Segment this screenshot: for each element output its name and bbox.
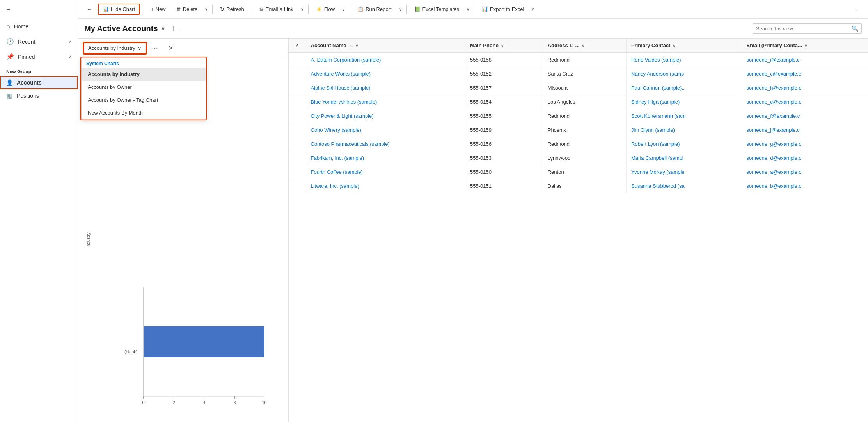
account-name-link-1[interactable]: Adventure Works (sample) [311, 71, 371, 77]
table-body: A. Datum Corporation (sample) 555-0158 R… [289, 53, 868, 193]
account-name-link-7[interactable]: Fabrikam, Inc. (sample) [311, 155, 364, 161]
email-link-2[interactable]: someone_h@example.c [747, 85, 801, 91]
contact-link-3[interactable]: Sidney Higa (sample) [631, 99, 680, 105]
chart-selector-button[interactable]: Accounts by Industry ∨ [83, 42, 146, 54]
column-main-phone[interactable]: Main Phone ∨ [465, 39, 543, 53]
account-name-cell-2: Alpine Ski House (sample) [306, 81, 465, 95]
column-address1[interactable]: Address 1: ... ∨ [543, 39, 626, 53]
row-checkbox-3[interactable] [289, 95, 306, 109]
sidebar-home-label: Home [14, 23, 28, 30]
sidebar-item-pinned[interactable]: 📌 Pinned ∨ [0, 49, 78, 64]
contact-link-8[interactable]: Yvonne McKay (sample [631, 169, 685, 175]
email-link-3[interactable]: someone_e@example.c [747, 99, 801, 105]
run-report-button[interactable]: 📋 Run Report [353, 4, 396, 14]
contact-link-5[interactable]: Jim Glynn (sample) [631, 127, 675, 133]
more-options-button[interactable]: ⋮ [851, 4, 863, 15]
new-button[interactable]: + New [146, 4, 170, 14]
chart-more-button[interactable]: ⋯ [149, 43, 161, 53]
account-name-link-6[interactable]: Contoso Pharmaceuticals (sample) [311, 141, 390, 147]
contact-link-9[interactable]: Susanna Stubberod (sa [631, 183, 685, 189]
email-link-4[interactable]: someone_f@example.c [747, 113, 800, 119]
delete-button[interactable]: 🗑 Delete [172, 4, 202, 14]
export-excel-button[interactable]: 📊 Export to Excel [477, 4, 528, 14]
contact-link-2[interactable]: Paul Cannon (sample).. [631, 85, 685, 91]
email-link-0[interactable]: someone_i@example.c [747, 57, 800, 63]
account-name-link-4[interactable]: City Power & Light (sample) [311, 113, 374, 119]
contact-link-1[interactable]: Nancy Anderson (samp [631, 71, 684, 77]
row-checkbox-1[interactable] [289, 67, 306, 81]
hamburger-menu[interactable]: ≡ [0, 3, 78, 19]
flow-button[interactable]: ⚡ Flow [312, 4, 339, 14]
email-link-9[interactable]: someone_b@example.c [747, 183, 801, 189]
chart-dropdown-item-by-month[interactable]: New Accounts By Month [82, 106, 206, 119]
chart-header: Accounts by Industry ∨ ⋯ ✕ [78, 39, 288, 58]
refresh-button[interactable]: ↻ Refresh [216, 4, 249, 14]
email-filter-icon[interactable]: ∨ [804, 44, 807, 48]
bar-chart: 0 2 4 6 10 (blank) [103, 283, 285, 416]
row-checkbox-5[interactable] [289, 123, 306, 137]
hide-chart-button[interactable]: 📊 Hide Chart [98, 4, 140, 15]
address-cell-6: Redmond [543, 137, 626, 151]
column-account-name[interactable]: Account Name ↑↓ ∨ [306, 39, 465, 53]
email-link-8[interactable]: someone_a@example.c [747, 169, 801, 175]
column-primary-contact[interactable]: Primary Contact ∨ [627, 39, 742, 53]
main-phone-filter-icon[interactable]: ∨ [501, 44, 504, 48]
email-cell-5: someone_j@example.c [742, 123, 868, 137]
account-name-link-2[interactable]: Alpine Ski House (sample) [311, 85, 371, 91]
flow-chevron-icon[interactable]: ∨ [341, 5, 346, 13]
row-checkbox-7[interactable] [289, 151, 306, 165]
email-link-7[interactable]: someone_d@example.c [747, 155, 801, 161]
excel-templates-chevron-icon[interactable]: ∨ [465, 5, 471, 13]
email-link-5[interactable]: someone_j@example.c [747, 127, 800, 133]
email-chevron-icon[interactable]: ∨ [299, 5, 305, 13]
account-name-cell-1: Adventure Works (sample) [306, 67, 465, 81]
delete-chevron-icon[interactable]: ∨ [203, 5, 209, 13]
sidebar-item-recent[interactable]: 🕐 Recent ∨ [0, 34, 78, 49]
email-link-1[interactable]: someone_c@example.c [747, 71, 801, 77]
sidebar-accounts-label: Accounts [17, 79, 42, 86]
row-checkbox-6[interactable] [289, 137, 306, 151]
run-report-chevron-icon[interactable]: ∨ [398, 5, 403, 13]
view-title-chevron-icon[interactable]: ∨ [161, 25, 165, 32]
account-name-cell-7: Fabrikam, Inc. (sample) [306, 151, 465, 165]
address-filter-icon[interactable]: ∨ [582, 44, 584, 48]
row-checkbox-4[interactable] [289, 109, 306, 123]
email-link-button[interactable]: ✉ Email a Link [255, 4, 298, 14]
row-checkbox-2[interactable] [289, 81, 306, 95]
contact-link-7[interactable]: Maria Campbell (sampl [631, 155, 683, 161]
delete-label: Delete [183, 6, 198, 12]
contact-link-0[interactable]: Rene Valdes (sample) [631, 57, 681, 63]
sidebar-item-accounts[interactable]: 👤 Accounts [0, 76, 78, 89]
contact-cell-3: Sidney Higa (sample) [627, 95, 742, 109]
contact-filter-icon[interactable]: ∨ [673, 44, 675, 48]
excel-templates-button[interactable]: 📗 Excel Templates [410, 4, 463, 14]
row-checkbox-8[interactable] [289, 165, 306, 179]
account-name-link-8[interactable]: Fourth Coffee (sample) [311, 169, 363, 175]
filter-icon[interactable]: ⊢ [171, 23, 181, 34]
contact-link-6[interactable]: Robert Lyon (sample) [631, 141, 680, 147]
column-email[interactable]: Email (Primary Conta... ∨ [742, 39, 868, 53]
phone-cell-6: 555-0156 [465, 137, 543, 151]
email-link-6[interactable]: someone_g@example.c [747, 141, 801, 147]
account-name-link-3[interactable]: Blue Yonder Airlines (sample) [311, 99, 377, 105]
chart-dropdown-item-by-owner-tag[interactable]: Accounts by Owner - Tag Chart [82, 94, 206, 106]
account-name-link-9[interactable]: Litware, Inc. (sample) [311, 183, 359, 189]
back-button[interactable]: ← [83, 4, 96, 14]
account-name-link-0[interactable]: A. Datum Corporation (sample) [311, 57, 381, 63]
column-checkbox[interactable]: ✓ [289, 39, 306, 53]
sidebar-item-positions[interactable]: 🏢 Positions [0, 89, 78, 102]
account-name-filter-icon[interactable]: ∨ [355, 44, 358, 48]
sidebar-item-home[interactable]: ⌂ Home [0, 19, 78, 34]
row-checkbox-9[interactable] [289, 179, 306, 193]
row-checkbox-0[interactable] [289, 53, 306, 67]
search-input[interactable] [756, 26, 852, 32]
contact-link-4[interactable]: Scott Konersmann (sam [631, 113, 685, 119]
chart-dropdown-item-by-owner[interactable]: Accounts by Owner [82, 81, 206, 94]
contact-cell-7: Maria Campbell (sampl [627, 151, 742, 165]
svg-text:2: 2 [172, 400, 175, 405]
search-icon[interactable]: 🔍 [852, 25, 858, 32]
export-chevron-icon[interactable]: ∨ [530, 5, 536, 13]
chart-dropdown-item-by-industry[interactable]: Accounts by Industry [82, 68, 206, 81]
account-name-link-5[interactable]: Coho Winery (sample) [311, 127, 361, 133]
chart-close-button[interactable]: ✕ [165, 43, 176, 53]
